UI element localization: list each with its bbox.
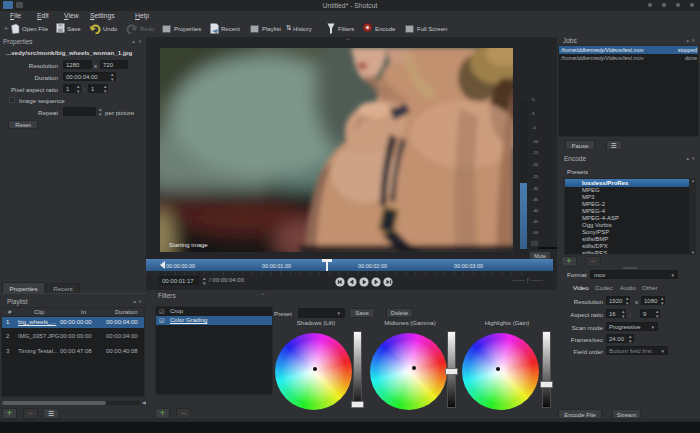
svg-text:Starting image: Starting image xyxy=(169,242,208,248)
